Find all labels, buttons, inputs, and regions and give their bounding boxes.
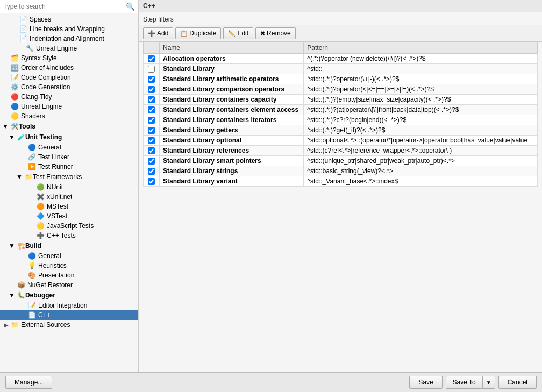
sidebar-item-xunit[interactable]: ✖️ xUnit.net [0,192,138,202]
row-name: Standard Library variant [160,176,304,187]
row-checkbox[interactable] [148,137,155,144]
row-checkbox[interactable] [148,66,155,73]
row-name: Standard Library optional [160,136,304,146]
save-button[interactable]: Save [409,376,442,389]
sidebar-item-editorintegration[interactable]: 📝 Editor Integration [0,301,138,310]
sidebar-item-testrunner[interactable]: ▶️ Test Runner [0,162,138,172]
runner-icon: ▶️ [28,163,36,170]
checkbox-cell [144,115,160,125]
sidebar-item-vstest[interactable]: 🔷 VSTest [0,211,138,221]
row-name: Standard Library comparison operators [160,84,304,95]
sidebar-item-cpp[interactable]: 📄 C++ [0,310,138,320]
sidebar-item-codecompletion[interactable]: 📝 Code Completion [0,73,138,82]
table-row: Standard Library variant^std::_Variant_b… [144,176,538,187]
sidebar-item-nunit[interactable]: 🟢 NUnit [0,182,138,192]
sidebar-item-mstest[interactable]: 🟠 MSTest [0,202,138,211]
sidebar-item-codegeneration[interactable]: ⚙️ Code Generation [0,82,138,92]
sidebar-item-indentation[interactable]: 📄 Indentation and Alignment [0,34,138,44]
expand-arrow: ▶ [4,322,11,328]
table-row: Standard Library containers iterators^st… [144,115,538,125]
sidebar-item-clangtidy[interactable]: 🔴 Clang-Tidy [0,92,138,102]
remove-button[interactable]: ✖ Remove [255,27,296,39]
sidebar-item-presentation[interactable]: 🎨 Presentation [0,270,138,280]
debugger-expand-arrow: ▼ [9,291,15,299]
row-pattern: ^std::(.*:)?(empty|size|max_size|capacit… [304,95,538,105]
tools-expand-arrow: ▼ [2,123,9,130]
table-row: Standard Library comparison operators^st… [144,84,538,95]
tools-section-header[interactable]: ▼ 🛠️ Tools [0,121,138,132]
build-section-header[interactable]: ▼ 🏗️ Build [0,240,138,251]
row-pattern: ^std:: [304,64,538,74]
row-checkbox[interactable] [148,106,155,113]
sidebar-item-jstests[interactable]: 🟡 JavaScript Tests [0,221,138,231]
sidebar-item-shaders[interactable]: 🟡 Shaders [0,111,138,121]
sidebar-item-label: Unreal Engine [21,103,62,110]
sidebar-item-spaces[interactable]: 📄 Spaces [0,15,138,24]
tree-container: 📄 Spaces 📄 Line breaks and Wrapping 📄 In… [0,13,138,372]
row-checkbox[interactable] [148,117,155,124]
testframeworks-expand-arrow: ▼ [16,173,23,181]
syntax-icon: 🗂️ [11,54,19,62]
toolbar: ➕ Add 📋 Duplicate ✏️ Edit ✖ Remove [139,25,542,42]
row-pattern: ^(.*:)?operator (new|delete)(\[\])?(< .*… [304,54,538,64]
edit-button[interactable]: ✏️ Edit [223,27,253,39]
row-name: Standard Library references [160,146,304,156]
sidebar-item-label: Test Runner [38,163,73,170]
sidebar-item-testlinker[interactable]: 🔗 Test Linker [0,152,138,162]
checkbox-cell [144,105,160,115]
debugger-section-header[interactable]: ▼ 🐛 Debugger [0,290,138,301]
sidebar-item-syntaxstyle[interactable]: 🗂️ Syntax Style [0,53,138,63]
sidebar-item-label: Order of #includes [21,64,74,72]
save-to-arrow-button[interactable]: ▼ [482,376,495,389]
row-checkbox[interactable] [148,168,155,175]
mstest-icon: 🟠 [37,203,45,210]
row-checkbox[interactable] [148,96,155,103]
add-button[interactable]: ➕ Add [143,27,173,39]
sidebar-item-unreal1[interactable]: 🔧 Unreal Engine [0,44,138,53]
row-checkbox[interactable] [148,86,155,93]
sidebar-item-unrealengine[interactable]: 🔵 Unreal Engine [0,102,138,111]
row-checkbox[interactable] [148,178,155,185]
row-checkbox[interactable] [148,158,155,165]
col-pattern: Pattern [304,42,538,54]
row-checkbox[interactable] [148,147,155,154]
sidebar-item-linebreaks[interactable]: 📄 Line breaks and Wrapping [0,24,138,34]
row-name: Allocation operators [160,54,304,64]
row-name: Standard Library containers element acce… [160,105,304,115]
sidebar-item-cpptests[interactable]: ➕ C++ Tests [0,231,138,240]
sidebar-item-heuristics[interactable]: 💡 Heuristics [0,261,138,270]
row-checkbox[interactable] [148,127,155,134]
cpp-icon: 📄 [28,311,36,319]
order-icon: 🔢 [11,64,19,72]
checkbox-cell [144,74,160,84]
sidebar-item-build-general[interactable]: 🔵 General [0,251,138,261]
editor-icon: 📝 [28,302,36,309]
sidebar-item-label: Heuristics [38,262,67,269]
jstest-icon: 🟡 [37,222,45,230]
indent-icon: 📄 [19,35,27,42]
cancel-button[interactable]: Cancel [498,376,537,389]
testframeworks-header[interactable]: ▼ 📁 Test Frameworks [0,172,138,182]
table-row: Allocation operators^(.*:)?operator (new… [144,54,538,64]
sidebar-item-label: Line breaks and Wrapping [30,25,105,33]
row-name: Standard Library containers iterators [160,115,304,125]
manage-button[interactable]: Manage... [5,376,52,389]
sidebar-item-orderincludes[interactable]: 🔢 Order of #includes [0,63,138,73]
footer-left: Manage... [5,376,52,389]
col-check [144,42,160,54]
sidebar-item-externalsources[interactable]: ▶ 📁 External Sources [0,320,138,330]
duplicate-button[interactable]: 📋 Duplicate [175,27,221,39]
search-input[interactable] [3,3,124,10]
table-row: Standard Library^std:: [144,64,538,74]
sidebar-item-label: General [38,252,61,260]
unit-testing-header[interactable]: ▼ 🧪 Unit Testing [0,132,138,142]
sidebar-item-label: External Sources [21,321,70,329]
save-to-button[interactable]: Save To [446,376,482,389]
checkbox-cell [144,84,160,95]
sidebar-item-general[interactable]: 🔵 General [0,142,138,152]
content-title: C++ [143,2,155,10]
row-checkbox[interactable] [148,55,155,62]
row-checkbox[interactable] [148,76,155,83]
edit-icon: ✏️ [228,30,236,37]
sidebar-item-nuget[interactable]: 📦 NuGet Restorer [0,280,138,290]
